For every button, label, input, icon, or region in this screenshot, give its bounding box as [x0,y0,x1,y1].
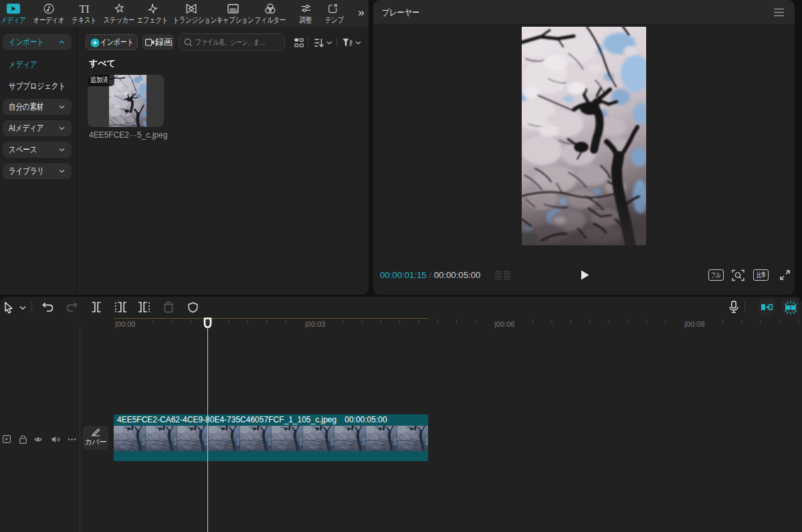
svg-text:TI: TI [79,3,89,14]
